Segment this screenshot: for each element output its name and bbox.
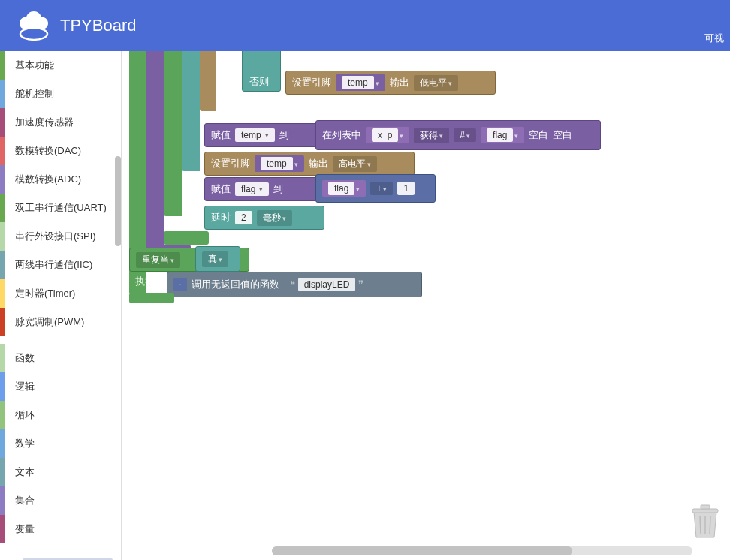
sidebar-category[interactable]: 脉宽调制(PWM) (0, 308, 121, 336)
sidebar-category[interactable]: 数学 (0, 429, 121, 458)
repeat-mode[interactable]: 重复当 (136, 252, 180, 268)
category-color-bar (0, 279, 5, 308)
svg-text:turn: turn (27, 31, 41, 38)
num-one[interactable]: 1 (397, 182, 415, 195)
svg-rect-3 (692, 509, 718, 513)
category-color-bar (0, 80, 5, 108)
header-view-link[interactable]: 可视 (704, 32, 724, 45)
category-label: 变量 (15, 522, 35, 536)
sidebar-category[interactable]: 集合 (0, 486, 121, 515)
bool-true[interactable]: 真 (202, 251, 228, 267)
level-low[interactable]: 低电平 (414, 75, 458, 91)
gear-icon[interactable] (173, 278, 187, 291)
category-color-bar (0, 194, 5, 222)
fn-name[interactable]: displayLED (298, 278, 356, 291)
category-label: 数模转换(DAC) (15, 144, 81, 158)
sidebar-category[interactable]: 文本 (0, 458, 121, 486)
scrollbar-thumb[interactable] (272, 546, 572, 555)
block-list-get[interactable]: 在列表中 x_p 获得 # flag 空白 空白 (315, 120, 601, 150)
var-xp[interactable]: x_p (366, 127, 409, 143)
var-flag-2[interactable]: flag (235, 182, 269, 196)
sidebar-category[interactable]: 定时器(Timer) (0, 279, 121, 308)
sidebar-category[interactable]: 数模转换(DAC) (0, 137, 121, 165)
category-color-bar (0, 458, 5, 486)
main-area: 基本功能舵机控制加速度传感器数模转换(DAC)模数转换(ADC)双工串行通信(U… (0, 51, 730, 560)
exec-label: 执行 (135, 275, 155, 288)
fn-slot[interactable]: ❝ displayLED ❞ (284, 276, 370, 293)
logo-icon: turn (15, 10, 53, 41)
category-color-bar (0, 222, 5, 251)
category-label: 模数转换(ADC) (15, 173, 81, 186)
svg-rect-4 (701, 505, 710, 509)
svg-line-7 (710, 516, 710, 534)
var-flag-3[interactable]: flag (322, 180, 366, 197)
sidebar-category[interactable]: 双工串行通信(UART) (0, 194, 121, 222)
category-label: 双工串行通信(UART) (15, 201, 107, 215)
if-rail[interactable] (182, 51, 200, 171)
blockly-workspace[interactable]: 否则 设置引脚 temp 输出 低电平 赋值 temp 到 在列表中 x_p 获… (122, 51, 730, 560)
sidebar-category[interactable]: 模数转换(ADC) (0, 165, 121, 194)
category-label: 文本 (15, 465, 35, 479)
category-color-bar (0, 486, 5, 515)
block-delay[interactable]: 延时 2 毫秒 (204, 206, 324, 230)
category-color-bar (0, 108, 5, 137)
category-label: 加速度传感器 (15, 116, 74, 129)
app-header: turn TPYBoard 可视 (0, 0, 730, 51)
inner-rail2[interactable] (200, 51, 216, 111)
sidebar-scrollbar[interactable] (115, 156, 121, 246)
category-color-bar (0, 372, 5, 401)
category-sidebar: 基本功能舵机控制加速度传感器数模转换(DAC)模数转换(ADC)双工串行通信(U… (0, 51, 122, 560)
loop-close[interactable] (164, 231, 209, 245)
trash-icon[interactable] (689, 503, 721, 539)
block-true[interactable]: 真 (195, 246, 240, 272)
delay-value[interactable]: 2 (235, 211, 252, 224)
sidebar-category[interactable]: 函数 (0, 344, 121, 372)
repeat-close[interactable] (129, 293, 174, 303)
else-label: 否则 (249, 75, 269, 89)
logo-area: turn TPYBoard (15, 10, 137, 41)
get-op[interactable]: 获得 (414, 128, 449, 143)
svg-line-5 (700, 516, 701, 534)
category-color-bar (0, 251, 5, 279)
block-call-fn[interactable]: 调用无返回值的函数 ❝ displayLED ❞ (167, 272, 422, 297)
sidebar-category[interactable]: 舵机控制 (0, 80, 121, 108)
function-def-rail[interactable] (146, 51, 164, 254)
workspace-scrollbar-h[interactable] (272, 546, 692, 555)
sidebar-category[interactable]: 逻辑 (0, 372, 121, 401)
block-assign-flag[interactable]: 赋值 flag 到 (204, 177, 317, 201)
sidebar-category[interactable]: 变量 (0, 515, 121, 543)
var-temp-3[interactable]: temp (255, 155, 304, 172)
category-color-bar (0, 429, 5, 458)
category-label: 脉宽调制(PWM) (15, 315, 84, 329)
category-label: 两线串行通信(IIC) (15, 258, 92, 272)
delay-unit[interactable]: 毫秒 (257, 210, 292, 226)
sidebar-category[interactable]: 加速度传感器 (0, 108, 121, 137)
block-setpin-high[interactable]: 设置引脚 temp 输出 高电平 (204, 152, 415, 176)
category-label: 函数 (15, 351, 35, 365)
category-label: 舵机控制 (15, 87, 54, 101)
category-color-bar (0, 308, 5, 336)
var-temp-2[interactable]: temp (235, 128, 275, 142)
sidebar-category[interactable]: 串行外设接口(SPI) (0, 222, 121, 251)
block-setpin-low[interactable]: 设置引脚 temp 输出 低电平 (285, 71, 496, 95)
category-label: 基本功能 (15, 59, 54, 72)
category-label: 集合 (15, 494, 35, 507)
category-label: 定时器(Timer) (15, 287, 75, 300)
level-high[interactable]: 高电平 (333, 156, 377, 172)
category-color-bar (0, 51, 5, 80)
svg-point-2 (180, 285, 181, 285)
category-label: 串行外设接口(SPI) (15, 230, 96, 243)
block-math-add[interactable]: flag + 1 (315, 174, 436, 203)
category-color-bar (0, 344, 5, 372)
hash-op[interactable]: # (454, 128, 476, 142)
category-label: 数学 (15, 437, 35, 450)
var-flag[interactable]: flag (481, 127, 524, 143)
sidebar-category[interactable]: 基本功能 (0, 51, 121, 80)
var-temp[interactable]: temp (336, 74, 385, 91)
inner-loop-rail[interactable] (164, 51, 182, 216)
sidebar-category[interactable]: 循环 (0, 401, 121, 429)
op-plus[interactable]: + (370, 182, 393, 195)
category-label: 循环 (15, 408, 35, 422)
outer-loop-rail[interactable] (129, 51, 146, 276)
sidebar-category[interactable]: 两线串行通信(IIC) (0, 251, 121, 279)
